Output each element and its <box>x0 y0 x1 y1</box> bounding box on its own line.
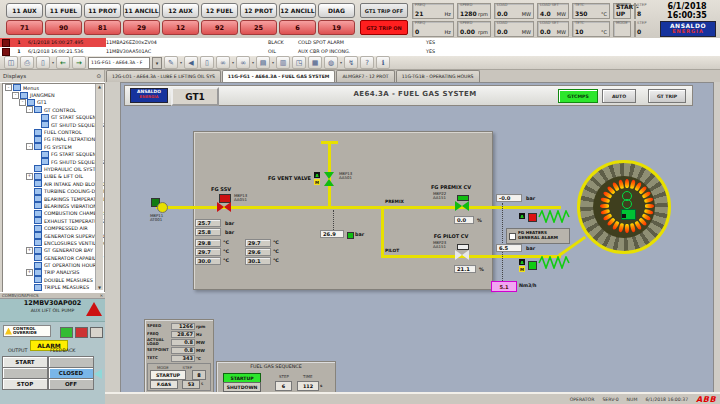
inlet-valve-icon[interactable] <box>157 202 168 213</box>
display-tab[interactable]: ALMGRF7 - 12 PROT <box>336 70 394 82</box>
tools-icon[interactable]: ✎ <box>164 56 178 69</box>
dropdown-caret-icon[interactable]: ▾ <box>252 60 254 65</box>
gt2-trip-button[interactable]: GT2 TRIP ON <box>360 20 408 35</box>
tree-expander-icon[interactable]: - <box>26 106 33 113</box>
tree-item[interactable]: AIR INTAKE AND BLOW-OFF <box>3 180 104 187</box>
dropdown-caret-icon[interactable]: ▾ <box>340 60 342 65</box>
tree-item[interactable]: - JIANGMEN <box>3 91 104 98</box>
fg-ssv-valve-icon[interactable] <box>217 202 231 212</box>
tree-item[interactable]: + LUBE & LIFT OIL <box>3 173 104 180</box>
tree-item[interactable]: FG SHUTD SEQUENCE <box>3 158 104 165</box>
scroll-down-icon[interactable]: ▼ <box>98 285 101 290</box>
grid-red-icon[interactable] <box>75 327 88 338</box>
control-override-button[interactable]: CONTROL OVERRIDE <box>3 325 51 337</box>
display-tab[interactable]: 12G-LO1 - AE64.3A - LUBE E LIFTING OIL S… <box>106 70 221 82</box>
combo-dropdown-icon[interactable]: ▾ <box>152 57 162 69</box>
tree-item[interactable]: COMBUSTION CHAMBERS <box>3 210 104 217</box>
dropdown-caret-icon[interactable]: ▾ <box>232 60 234 65</box>
nav-group-button[interactable]: 12 FUEL <box>201 3 238 18</box>
tree-expander-icon[interactable]: + <box>26 173 33 180</box>
package-icon[interactable]: ◳ <box>292 56 306 69</box>
pilot-cv-icon[interactable] <box>455 250 469 260</box>
tree-item[interactable]: ENCLOSURES VENTILATION <box>3 239 104 246</box>
close-icon[interactable]: ✕ <box>100 293 103 298</box>
scroll-up-icon[interactable]: ▲ <box>98 84 101 89</box>
nav-group-button[interactable]: 11 ANCILL <box>123 3 160 18</box>
manual-mode-icon[interactable]: M <box>314 179 320 185</box>
auto-button[interactable]: AUTO <box>602 89 636 103</box>
nav-alarm-count-button[interactable]: 90 <box>45 20 82 35</box>
tree-item[interactable]: GT SHUTD SEQUENCE <box>3 121 104 128</box>
vent-valve-icon[interactable] <box>324 172 334 186</box>
tree-item[interactable]: - GT1 <box>3 99 104 106</box>
tree-item[interactable]: + GT GENERATOR BAY <box>3 247 104 254</box>
tree-expander-icon[interactable]: + <box>26 269 33 276</box>
premix-cv-icon[interactable] <box>455 201 469 211</box>
auto-mode-icon[interactable]: A <box>519 213 525 219</box>
connect-icon[interactable]: ↯ <box>344 56 358 69</box>
grid-green-icon[interactable] <box>60 327 73 338</box>
new-page-icon[interactable]: ▯ <box>36 56 50 69</box>
tree-item[interactable]: GENERATOR SUPERVISION <box>3 232 104 239</box>
manual-mode-icon[interactable]: M <box>519 266 525 272</box>
checkbox-icon[interactable] <box>509 233 516 240</box>
nav-alarm-count-button[interactable]: 19 <box>318 20 355 35</box>
auto-mode-icon[interactable]: A <box>314 172 320 178</box>
database-icon[interactable]: ▤ <box>256 56 270 69</box>
tree-item[interactable]: BEARINGS TEMPERATURE <box>3 195 104 202</box>
tree-item[interactable]: - Menus <box>3 84 104 91</box>
nav-group-button[interactable]: 12 AUX <box>162 3 199 18</box>
database-config-icon[interactable]: ▥ <box>276 56 290 69</box>
gtcmps-button[interactable]: GTCMPS <box>558 89 598 103</box>
tree-item[interactable]: GT START SEQUENCE <box>3 114 104 121</box>
alarm-row[interactable]: 1 6/1/2018 16:00:21.536 11MBV30AA501AC O… <box>0 47 720 56</box>
shutdown-button[interactable]: SHUTDOWN <box>223 382 261 392</box>
link-icon[interactable]: ∞ <box>216 56 230 69</box>
tree-expander-icon[interactable]: + <box>26 247 33 254</box>
tree-item[interactable]: BEARINGS VIBRATION <box>3 202 104 209</box>
nav-group-button[interactable]: 12 PROT <box>240 3 277 18</box>
nav-group-button[interactable]: 11 PROT <box>84 3 121 18</box>
display-tab[interactable]: 11G-FG1 - AE64.3A - FUEL GAS SYSTEM <box>222 70 336 82</box>
info-icon[interactable]: ℹ <box>376 56 390 69</box>
print-icon[interactable]: ⎙ <box>20 56 34 69</box>
nav-alarm-count-button[interactable]: 6 <box>279 20 316 35</box>
tree-item[interactable]: - GT CONTROL <box>3 106 104 113</box>
tree-item[interactable]: GT OPERATION HOURS <box>3 261 104 268</box>
tree-item[interactable]: TURBINE COOLING-DRAIN <box>3 187 104 194</box>
tree-item[interactable]: TRIPLE MEASURES <box>3 284 104 291</box>
print-preview-icon[interactable]: ◫ <box>4 56 18 69</box>
tree-item[interactable]: DOUBLE MEASURES <box>3 276 104 283</box>
tree-item[interactable]: FUEL CONTROL <box>3 128 104 135</box>
tree-item[interactable]: EXHAUST TEMPERATURES <box>3 217 104 224</box>
dropdown-caret-icon[interactable]: ▾ <box>180 60 182 65</box>
tree-item[interactable]: HYDRAULIC OIL SYSTEM <box>3 165 104 172</box>
tree-item[interactable]: FG START SEQUENCE <box>3 151 104 158</box>
fuel-gas-button[interactable]: F.GAS <box>150 380 178 389</box>
forward-icon[interactable]: → <box>72 56 86 69</box>
auto-mode-icon[interactable]: A <box>519 259 525 265</box>
sound-icon[interactable]: ◀ <box>184 56 198 69</box>
tree-item[interactable]: - FG SYSTEM <box>3 143 104 150</box>
pin-icon[interactable]: ⊙ <box>96 73 101 79</box>
gt1-unit-button[interactable]: GT1 <box>171 87 219 106</box>
tree-item[interactable]: COMPRESSED AIR <box>3 224 104 231</box>
tree-expander-icon[interactable]: - <box>26 143 33 150</box>
nav-alarm-count-button[interactable]: 12 <box>162 20 199 35</box>
alarm-row[interactable]: 1 6/1/2018 16:00:27.495 11MBA26EZ00xZV04… <box>0 38 720 47</box>
grid-gray-icon[interactable] <box>90 327 103 338</box>
tree-item[interactable]: + TRIP ANALYSIS <box>3 269 104 276</box>
tree-item[interactable]: GENERATOR CAPABILITY <box>3 254 104 261</box>
web-icon[interactable]: ◍ <box>324 56 338 69</box>
dropdown-caret-icon[interactable]: ▾ <box>272 60 274 65</box>
dropdown-caret-icon[interactable]: ▾ <box>52 60 54 65</box>
nav-group-button[interactable]: 12 ANCILL <box>279 3 316 18</box>
nav-group-button[interactable]: DIAG <box>318 3 355 18</box>
tree-scrollbar[interactable]: ▲ ▼ <box>95 84 103 290</box>
tree-item[interactable]: FG FINAL FILTRATION <box>3 136 104 143</box>
report-icon[interactable]: ▦ <box>308 56 322 69</box>
display-tab[interactable]: 11G-TG1B - OPERATING HOURS <box>396 70 480 82</box>
nav-group-button[interactable]: 11 FUEL <box>45 3 82 18</box>
nav-group-button[interactable]: 11 AUX <box>6 3 43 18</box>
gt1-trip-button[interactable]: GT1 TRIP OFF <box>360 3 408 18</box>
